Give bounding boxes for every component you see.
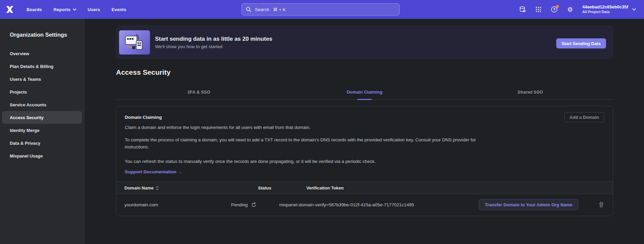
settings-gear-icon[interactable]: ⚙ — [566, 6, 574, 13]
sidebar-item-data-privacy[interactable]: Data & Privacy — [0, 137, 84, 149]
apps-grid-icon[interactable] — [535, 6, 542, 13]
onboarding-banner: Start sending data in as little as 20 mi… — [116, 26, 613, 59]
search-icon — [246, 7, 251, 12]
chevron-down-icon — [632, 8, 636, 11]
main-area: Start sending data in as little as 20 mi… — [84, 19, 644, 244]
active-tab-indicator — [357, 99, 372, 100]
sort-icon[interactable] — [156, 186, 159, 190]
account-menu[interactable]: 44eebad12c65eb0c35f All Project Data — [582, 4, 636, 14]
column-header-domain-label: Domain Name — [124, 185, 154, 190]
search-placeholder: Search — [255, 7, 269, 12]
domains-table: Domain Name Status Verification Token yo… — [116, 181, 613, 215]
domain-table-row: yourdomain.com Pending mixpanel-domain-v… — [116, 194, 613, 215]
data-management-icon[interactable] — [519, 6, 526, 13]
transfer-domain-button[interactable]: Transfer Domain to Your Admin Org Name — [479, 199, 578, 210]
banner-title: Start sending data in as little as 20 mi… — [155, 36, 272, 42]
nav-item-boards[interactable]: Boards — [27, 7, 42, 12]
column-header-status: Status — [258, 182, 271, 194]
sidebar-nav: Overview Plan Details & Billing Users & … — [0, 47, 84, 162]
domains-table-header: Domain Name Status Verification Token — [116, 182, 613, 194]
nav-item-reports[interactable]: Reports — [53, 7, 76, 12]
access-security-tabs: 2FA & SSO Domain Claiming Shared SSO — [116, 84, 613, 100]
column-header-verification-token: Verification Token — [306, 182, 344, 194]
card-paragraph-1: Claim a domain and enforce the login req… — [125, 124, 490, 131]
notification-badge — [556, 5, 559, 8]
help-icon[interactable]: ? — [551, 6, 558, 13]
sidebar-item-mixpanel-usage[interactable]: Mixpanel Usage — [0, 149, 84, 162]
org-id-text: 44eebad12c65eb0c35f — [582, 4, 628, 10]
delete-domain-icon[interactable] — [598, 202, 604, 208]
sidebar-item-projects[interactable]: Projects — [0, 85, 84, 98]
sidebar-item-access-security[interactable]: Access Security — [2, 111, 82, 124]
tab-2fa-sso-label: 2FA & SSO — [188, 90, 210, 95]
sidebar-title: Organization Settings — [10, 32, 84, 38]
chevron-down-icon — [73, 8, 76, 11]
page-title: Access Security — [116, 68, 613, 76]
sidebar-item-service-accounts[interactable]: Service Accounts — [0, 98, 84, 111]
search-shortcut: ⌘ + K — [273, 7, 286, 12]
column-header-domain-name[interactable]: Domain Name — [124, 182, 159, 194]
tab-2fa-sso[interactable]: 2FA & SSO — [116, 84, 282, 99]
banner-subtitle: We'll show you how to get started — [155, 44, 272, 49]
tab-shared-sso[interactable]: Shared SSO — [447, 84, 613, 99]
sidebar-item-plan-details-billing[interactable]: Plan Details & Billing — [0, 60, 84, 73]
add-domain-button[interactable]: Add a Domain — [564, 112, 604, 122]
nav-item-reports-label: Reports — [53, 7, 71, 12]
settings-sidebar: Organization Settings Overview Plan Deta… — [0, 19, 84, 244]
mixpanel-logo-icon[interactable] — [5, 5, 14, 14]
refresh-status-icon[interactable] — [251, 202, 257, 208]
sidebar-item-overview[interactable]: Overview — [0, 47, 84, 60]
domain-claiming-card: Domain Claiming Add a Domain Claim a dom… — [116, 106, 613, 216]
top-navbar: Boards Reports Users Events Search ⌘ + K — [0, 0, 644, 19]
tab-domain-claiming[interactable]: Domain Claiming — [282, 84, 448, 99]
sidebar-item-identity-merge[interactable]: Identity Merge — [0, 124, 84, 137]
onboarding-illustration — [119, 30, 150, 55]
tab-shared-sso-label: Shared SSO — [518, 90, 543, 95]
nav-item-users[interactable]: Users — [88, 7, 100, 12]
navbar-right-cluster: ? ⚙ 44eebad12c65eb0c35f All Project Data — [519, 0, 636, 19]
tab-domain-claiming-label: Domain Claiming — [347, 90, 382, 95]
start-sending-data-button[interactable]: Start Sending Data — [556, 38, 606, 48]
app-window: Boards Reports Users Events Search ⌘ + K — [0, 0, 644, 244]
sidebar-item-users-teams[interactable]: Users & Teams — [0, 73, 84, 85]
card-title: Domain Claiming — [125, 115, 604, 120]
domain-name-cell: yourdomain.com — [124, 194, 158, 215]
card-paragraph-2: To complete the process of claiming a do… — [125, 136, 490, 150]
main-nav: Boards Reports Users Events — [27, 7, 126, 12]
status-text: Pending — [231, 202, 248, 207]
card-paragraph-3: You can refresh the status to manually v… — [125, 158, 490, 165]
support-documentation-link[interactable]: Support Documentation → — [125, 169, 182, 174]
svg-text:?: ? — [553, 7, 556, 11]
nav-item-events[interactable]: Events — [112, 7, 126, 12]
verification-token-cell: mixpanel-domain-verify=567b39be-012f-415… — [279, 194, 414, 215]
search-input[interactable]: Search ⌘ + K — [241, 3, 400, 15]
org-scope-text: All Project Data — [582, 10, 628, 14]
